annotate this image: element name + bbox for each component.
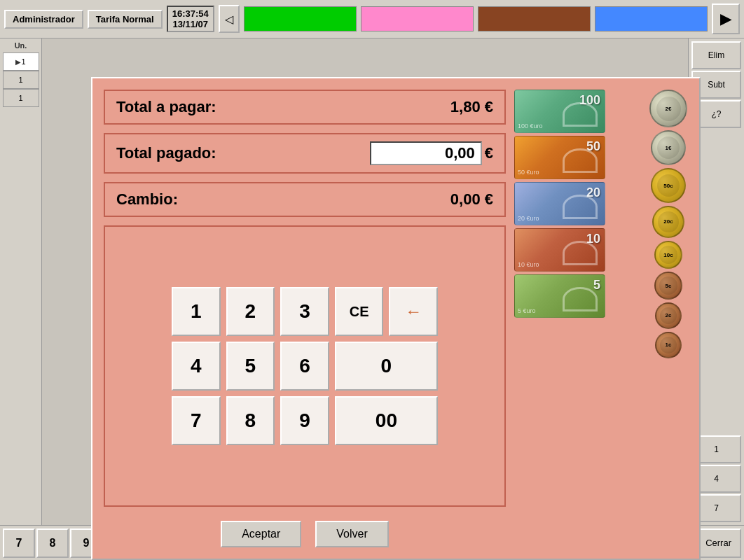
bottom-key-8[interactable]: 8: [36, 528, 69, 558]
time-box: 16:37:54 13/11/07: [167, 6, 214, 32]
sidebar-header: Un.: [15, 41, 27, 50]
coin-1cent[interactable]: 1c: [655, 332, 682, 358]
banknote-100-sublabel: 100 €uro: [518, 122, 543, 130]
coin-5cent-inner: 5c: [659, 276, 677, 294]
color-blue[interactable]: [595, 6, 708, 31]
coin-2euro-inner: 2€: [656, 97, 681, 121]
numpad-grid: 123CE←456078900: [172, 287, 438, 445]
key-5[interactable]: 5: [226, 342, 275, 391]
row-arrow: ▶: [15, 58, 21, 66]
scroll-left-button[interactable]: ◁: [219, 5, 240, 33]
time-display: 16:37:54: [172, 8, 209, 19]
payment-dialog: Total a pagar: 1,80 € Total pagado: 0,00…: [91, 77, 701, 560]
coin-2euro[interactable]: 2€: [649, 90, 687, 127]
coin-50cent-inner: 50c: [657, 174, 680, 197]
key-1[interactable]: 1: [172, 287, 221, 336]
pagado-euro-suffix: €: [485, 144, 493, 162]
currency-area: 100 100 €uro 50 50 €uro: [514, 90, 640, 547]
coin-50cent[interactable]: 50c: [651, 168, 686, 203]
coin-1euro[interactable]: 1€: [651, 130, 686, 165]
tarifa-button[interactable]: Tarifa Normal: [88, 10, 163, 29]
banknote-20[interactable]: 20 20 €uro: [514, 182, 605, 225]
banknote-5[interactable]: 5 5 €uro: [514, 274, 605, 318]
dialog-actions: Aceptar Volver: [104, 521, 506, 547]
currency-row-5[interactable]: 5 5 €uro: [514, 274, 640, 318]
date-display: 13/11/07: [172, 19, 208, 29]
key-0[interactable]: 0: [335, 342, 438, 391]
key-7[interactable]: 7: [172, 396, 221, 445]
color-brown[interactable]: [478, 6, 591, 31]
total-pagado-value: 0,00: [445, 144, 475, 162]
banknote-10-sublabel: 10 €uro: [518, 261, 539, 268]
banknote-50[interactable]: 50 50 €uro: [514, 136, 605, 179]
coin-20cent[interactable]: 20c: [652, 206, 684, 238]
currency-row-10[interactable]: 10 10 €uro: [514, 228, 640, 272]
total-pagar-label: Total a pagar:: [116, 98, 216, 116]
center-content: Total a pagar: 1,80 € Total pagado: 0,00…: [42, 38, 688, 525]
key-6[interactable]: 6: [280, 342, 329, 391]
total-pagado-row: Total pagado: 0,00 €: [104, 133, 506, 174]
banknote-10-arch: [563, 241, 598, 265]
color-green[interactable]: [244, 6, 357, 31]
nav-right-button[interactable]: ▶: [712, 4, 740, 34]
sidebar-row-2: 1: [3, 71, 39, 89]
cambio-value: 0,00 €: [381, 190, 493, 209]
coin-5cent[interactable]: 5c: [654, 272, 682, 300]
coin-10cent[interactable]: 10c: [654, 241, 682, 269]
aceptar-button[interactable]: Aceptar: [221, 521, 301, 547]
currency-row-50[interactable]: 50 50 €uro: [514, 136, 640, 179]
coin-2cent-inner: 2c: [660, 307, 677, 324]
key-ce[interactable]: CE: [335, 287, 384, 336]
row-num-3: 1: [18, 94, 22, 102]
numpad-container: 123CE←456078900: [104, 225, 506, 507]
banknote-50-sublabel: 50 €uro: [518, 169, 539, 176]
banknote-5-sublabel: 5 €uro: [518, 307, 536, 314]
coin-20cent-inner: 20c: [658, 211, 678, 232]
banknote-5-arch: [563, 287, 598, 312]
banknote-5-label: 5: [593, 278, 600, 293]
cambio-label: Cambio:: [116, 190, 178, 209]
admin-button[interactable]: Administrador: [4, 10, 83, 29]
currency-row-100[interactable]: 100 100 €uro: [514, 90, 640, 133]
banknote-50-arch: [563, 148, 598, 173]
banknote-10[interactable]: 10 10 €uro: [514, 228, 605, 272]
total-pagado-label: Total pagado:: [116, 144, 216, 162]
left-sidebar: Un. ▶ 1 1 1: [0, 38, 42, 525]
coin-1cent-inner: 1c: [660, 337, 677, 354]
total-pagar-row: Total a pagar: 1,80 €: [104, 90, 506, 125]
main-area: Un. ▶ 1 1 1 Total a pagar: 1,80 €: [0, 38, 744, 525]
elim-button[interactable]: Elim: [691, 41, 741, 69]
row-num-1: 1: [21, 57, 25, 66]
currency-row-20[interactable]: 20 20 €uro: [514, 182, 640, 225]
cerrar-button[interactable]: Cerrar: [696, 528, 741, 558]
banknote-20-sublabel: 20 €uro: [518, 215, 539, 222]
coin-1euro-inner: 1€: [657, 136, 680, 159]
sidebar-row-1: ▶ 1: [3, 52, 39, 71]
key-backspace[interactable]: ←: [389, 287, 438, 336]
key-00[interactable]: 00: [335, 396, 438, 445]
color-pink[interactable]: [361, 6, 474, 31]
banknote-100[interactable]: 100 100 €uro: [514, 90, 605, 133]
coin-10cent-inner: 10c: [659, 246, 677, 263]
key-3[interactable]: 3: [280, 287, 329, 336]
total-pagar-value: 1,80 €: [381, 98, 493, 116]
banknote-20-arch: [563, 195, 598, 219]
key-8[interactable]: 8: [226, 396, 275, 445]
banknote-100-arch: [563, 102, 598, 127]
key-9[interactable]: 9: [280, 396, 329, 445]
coins-column: 2€ 1€ 50c 20c 10c 5c: [649, 90, 688, 547]
payment-left: Total a pagar: 1,80 € Total pagado: 0,00…: [104, 90, 506, 547]
sidebar-row-3: 1: [3, 89, 39, 107]
key-2[interactable]: 2: [226, 287, 275, 336]
total-pagado-input[interactable]: 0,00: [370, 141, 482, 165]
coin-2cent[interactable]: 2c: [655, 302, 682, 329]
bottom-key-7[interactable]: 7: [3, 528, 35, 558]
row-num-2: 1: [18, 76, 22, 84]
top-bar: Administrador Tarifa Normal 16:37:54 13/…: [0, 0, 744, 38]
modal-overlay: Total a pagar: 1,80 € Total pagado: 0,00…: [42, 38, 688, 525]
cambio-row: Cambio: 0,00 €: [104, 182, 506, 217]
volver-button[interactable]: Volver: [315, 521, 388, 547]
key-4[interactable]: 4: [172, 342, 221, 391]
